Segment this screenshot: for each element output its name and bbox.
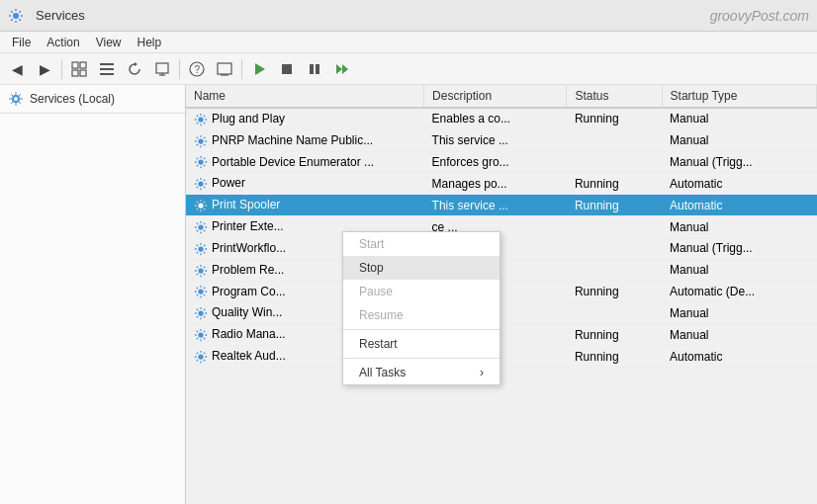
service-gear-icon <box>194 242 208 256</box>
service-name: Problem Re... <box>212 263 284 277</box>
right-panel[interactable]: Name Description Status Startup Type Plu… <box>186 85 817 504</box>
toolbar-pause[interactable] <box>302 56 327 82</box>
service-status: Running <box>567 195 662 216</box>
ctx-resume[interactable]: Resume <box>343 303 499 327</box>
svg-point-30 <box>198 332 203 337</box>
table-row[interactable]: Radio Mana...na...RunningManual <box>186 324 817 346</box>
service-startup-type: Manual <box>662 108 816 129</box>
table-row[interactable]: Plug and PlayEnables a co...RunningManua… <box>186 108 817 129</box>
service-gear-icon <box>194 350 208 364</box>
col-header-status[interactable]: Status <box>567 85 662 108</box>
service-status <box>567 302 662 324</box>
svg-rect-8 <box>156 63 168 73</box>
service-startup-type: Automatic (De... <box>662 281 816 302</box>
toolbar-help[interactable]: ? <box>184 56 210 82</box>
service-gear-icon <box>194 306 208 320</box>
svg-point-26 <box>198 246 203 251</box>
menu-help[interactable]: Help <box>130 34 170 51</box>
svg-point-31 <box>198 354 203 359</box>
table-row[interactable]: Print SpoolerThis service ...RunningAuto… <box>186 195 817 216</box>
service-status <box>567 216 662 238</box>
service-gear-icon <box>194 285 208 298</box>
svg-point-21 <box>198 138 203 143</box>
svg-rect-1 <box>72 62 78 68</box>
menu-file[interactable]: File <box>4 34 39 51</box>
service-gear-icon <box>194 134 208 148</box>
toolbar-play[interactable] <box>246 56 272 82</box>
service-name: PNRP Machine Name Public... <box>212 133 373 147</box>
svg-marker-12 <box>255 63 265 75</box>
service-startup-type: Manual (Trigg... <box>662 237 816 259</box>
toolbar-list[interactable] <box>94 56 120 82</box>
service-status <box>567 237 662 259</box>
watermark: groovyPost.com <box>710 8 809 24</box>
service-status: Running <box>567 108 662 129</box>
toolbar-stop[interactable] <box>274 56 300 82</box>
service-description: This service ... <box>424 129 567 151</box>
toolbar-sep3 <box>241 59 242 79</box>
services-icon <box>8 91 24 107</box>
svg-text:?: ? <box>195 64 201 75</box>
service-startup-type: Manual <box>662 324 816 346</box>
svg-point-23 <box>198 182 203 187</box>
services-table: Name Description Status Startup Type Plu… <box>186 85 817 368</box>
col-header-name[interactable]: Name <box>186 85 424 108</box>
ctx-stop[interactable]: Stop <box>343 256 499 280</box>
main-layout: Services (Local) Name Description Status… <box>0 85 817 504</box>
col-header-desc[interactable]: Description <box>424 85 567 108</box>
toolbar-console[interactable] <box>212 56 237 82</box>
table-row[interactable]: Program Co...ce ...RunningAutomatic (De.… <box>186 281 817 302</box>
table-row[interactable]: PNRP Machine Name Public...This service … <box>186 129 817 151</box>
service-name: Portable Device Enumerator ... <box>212 155 374 169</box>
service-description: This service ... <box>424 195 567 216</box>
ctx-pause[interactable]: Pause <box>343 280 499 303</box>
toolbar-resume[interactable] <box>329 56 355 82</box>
service-description: Enforces gro... <box>424 151 567 173</box>
svg-rect-13 <box>282 64 292 74</box>
service-startup-type: Manual <box>662 216 816 238</box>
table-row[interactable]: PowerManages po...RunningAutomatic <box>186 173 817 195</box>
table-row[interactable]: Problem Re...ce ...Manual <box>186 259 817 281</box>
service-status: Running <box>567 324 662 346</box>
table-container[interactable]: Name Description Status Startup Type Plu… <box>186 85 817 504</box>
table-row[interactable]: Realtek Aud...audi...RunningAutomatic <box>186 346 817 368</box>
service-name: Quality Win... <box>212 305 282 319</box>
service-status: Running <box>567 346 662 368</box>
left-panel: Services (Local) <box>0 85 186 504</box>
service-gear-icon <box>194 113 208 126</box>
toolbar-export[interactable] <box>149 56 175 82</box>
ctx-sep2 <box>343 358 499 359</box>
toolbar-back[interactable]: ◀ <box>4 56 30 82</box>
table-row[interactable]: Portable Device Enumerator ...Enforces g… <box>186 151 817 173</box>
svg-marker-17 <box>342 64 348 74</box>
table-row[interactable]: Printer Exte...ce ...Manual <box>186 216 817 238</box>
svg-point-27 <box>198 268 203 273</box>
toolbar-refresh[interactable] <box>122 56 147 82</box>
svg-rect-7 <box>100 73 114 75</box>
toolbar-sep2 <box>179 59 180 79</box>
ctx-all-tasks[interactable]: All Tasks › <box>343 361 499 384</box>
table-row[interactable]: Quality Win...Win...Manual <box>186 302 817 324</box>
svg-rect-2 <box>80 62 86 68</box>
ctx-arrow-icon: › <box>480 366 484 379</box>
toolbar: ◀ ▶ ? <box>0 53 817 85</box>
ctx-restart[interactable]: Restart <box>343 332 499 356</box>
svg-point-0 <box>13 13 19 19</box>
svg-point-25 <box>198 224 203 229</box>
service-status: Running <box>567 173 662 195</box>
service-gear-icon <box>194 328 208 342</box>
toolbar-overview[interactable] <box>66 56 92 82</box>
ctx-start[interactable]: Start <box>343 232 499 256</box>
service-status <box>567 129 662 151</box>
menu-action[interactable]: Action <box>39 34 87 51</box>
col-header-startup[interactable]: Startup Type <box>662 85 816 108</box>
svg-point-20 <box>198 117 203 122</box>
table-row[interactable]: PrintWorkflo...sup...Manual (Trigg... <box>186 237 817 259</box>
ctx-all-tasks-label: All Tasks <box>359 366 406 379</box>
service-status: Running <box>567 281 662 302</box>
menu-view[interactable]: View <box>88 34 130 51</box>
left-panel-header: Services (Local) <box>0 85 185 114</box>
menu-bar: File Action View Help <box>0 32 817 53</box>
toolbar-forward[interactable]: ▶ <box>32 56 57 82</box>
svg-point-19 <box>14 97 18 101</box>
